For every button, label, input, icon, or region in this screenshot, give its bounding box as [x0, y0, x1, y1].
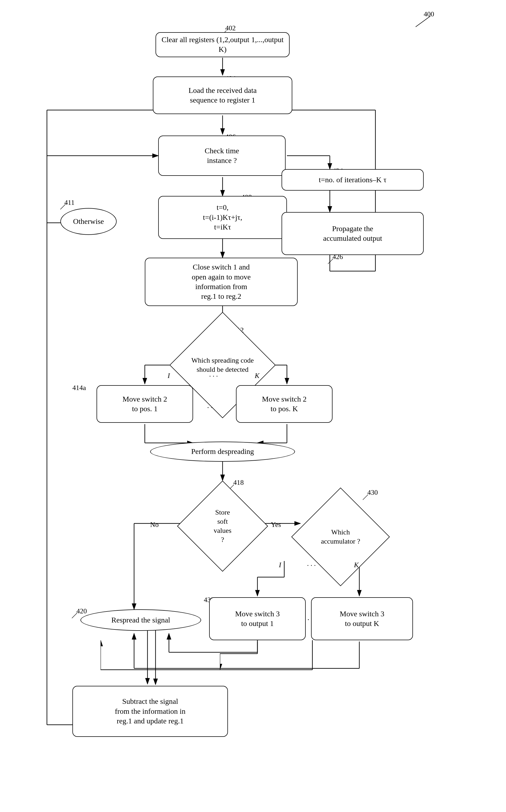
ref-400-line: [413, 15, 434, 28]
svg-line-57: [328, 259, 333, 264]
svg-line-43: [416, 16, 430, 27]
node-clear-registers: Clear all registers (1,2,output 1,...,ou…: [156, 32, 289, 57]
ref-426-line: [327, 257, 335, 265]
label-418-no: No: [150, 521, 159, 529]
node-otherwise: Otherwise: [60, 208, 117, 235]
node-close-switch1: Close switch 1 andopen again to moveinfo…: [145, 258, 298, 306]
node-perform-despreading: Perform despreading: [150, 442, 295, 462]
label-412-I: I: [168, 372, 170, 380]
label-418-yes: Yes: [271, 521, 281, 529]
node-store-soft: Storesoftvalues?: [177, 480, 268, 572]
label-412-K: K: [255, 372, 259, 380]
svg-line-54: [72, 613, 77, 618]
label-430-dots: . . .: [307, 560, 316, 568]
ref-414a: 414a: [72, 384, 86, 392]
node-subtract-signal: Subtract the signalfrom the information …: [72, 686, 228, 737]
node-t-values: t=0,t=(i-1)Kτ+jτ,t=iKτ: [158, 196, 287, 239]
arrow-432k-respread: [100, 640, 315, 688]
node-load-data: Load the received datasequence to regist…: [153, 76, 292, 114]
node-respread: Respread the signal: [80, 609, 201, 631]
ref-411-line: [59, 203, 67, 211]
node-propagate-output: Propagate theaccumulated output: [281, 212, 424, 255]
node-check-time: Check timeinstance ?: [158, 136, 285, 176]
node-move-switch2-posK: Move switch 2to pos. K: [236, 385, 333, 423]
label-430-I: I: [279, 561, 281, 569]
label-412-dots: . . .: [209, 370, 218, 379]
flowchart-diagram: . . . . . . 400 402 Clear all registers …: [0, 0, 506, 812]
label-430-K: K: [354, 561, 358, 569]
node-move-switch3-outK: Move switch 3to output K: [311, 597, 413, 640]
node-which-accumulator: Whichaccumulator ?: [289, 486, 392, 588]
ref-420-line: [71, 611, 79, 619]
node-move-switch3-out1: Move switch 3to output 1: [209, 597, 306, 640]
node-t-iterations: t=no. of iterations–K τ: [281, 169, 424, 191]
node-move-switch2-pos1: Move switch 2to pos. 1: [96, 385, 193, 423]
svg-line-47: [60, 204, 66, 209]
